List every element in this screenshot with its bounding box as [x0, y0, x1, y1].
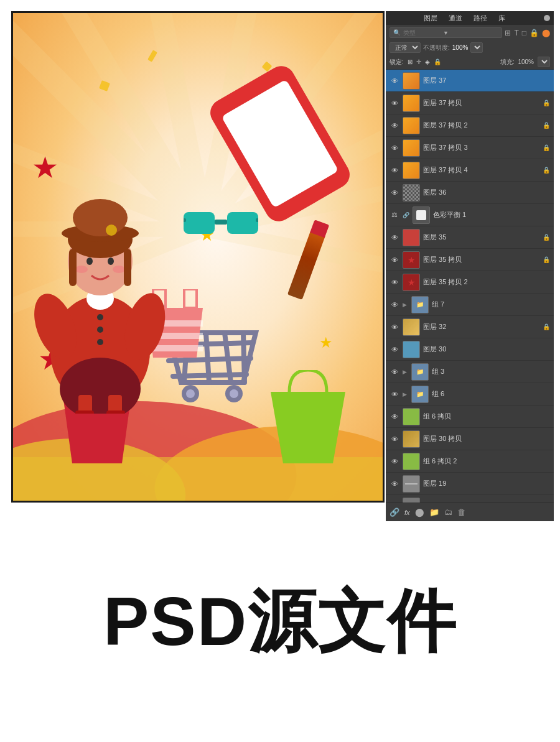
filter-icon-type[interactable]: T — [514, 29, 518, 37]
svg-line-25 — [169, 358, 251, 361]
fill-label: 填充: — [500, 58, 515, 67]
layer-eye-9[interactable]: 👁 — [390, 256, 399, 264]
layer-row-1[interactable]: 👁 图层 37 — [386, 70, 554, 92]
layer-row-19[interactable]: 👁 图层 19 — [386, 473, 554, 495]
layer-row-6[interactable]: 👁 图层 36 — [386, 182, 554, 204]
layer-eye-4[interactable]: 👁 — [390, 144, 399, 152]
filter-icon-pixel[interactable]: ⊞ — [505, 29, 511, 37]
toolbar-fx-icon[interactable]: fx — [404, 509, 410, 516]
layer-eye-1[interactable]: 👁 — [390, 77, 399, 85]
layer-row-14[interactable]: 👁 ▶ 📁 组 3 — [386, 361, 554, 383]
canvas-wrapper: ★ ★ ★ ★ — [11, 11, 385, 503]
svg-point-28 — [186, 389, 195, 398]
opacity-select[interactable] — [470, 42, 483, 53]
filter-icon-lock[interactable]: 🔒 — [530, 29, 539, 37]
fill-value: 100% — [518, 58, 534, 65]
layer-thumb-8 — [403, 229, 420, 246]
search-dropdown-icon[interactable]: ▼ — [443, 30, 449, 36]
layer-row-5[interactable]: 👁 图层 37 拷贝 4 🔒 — [386, 159, 554, 182]
layer-row-10[interactable]: 👁 ★ 图层 35 拷贝 2 — [386, 271, 554, 294]
layer-name-18: 组 6 拷贝 2 — [423, 457, 550, 466]
layer-row-13[interactable]: 👁 图层 30 — [386, 338, 554, 361]
layer-row-2[interactable]: 👁 图层 37 拷贝 🔒 — [386, 92, 554, 114]
toolbar-delete-icon[interactable]: 🗑 — [457, 508, 465, 517]
toolbar-new-layer-icon[interactable]: 🗂 — [444, 508, 452, 517]
layer-eye-14[interactable]: 👁 — [390, 368, 399, 376]
ps-titlebar-text: 图层 通道 路径 库 — [390, 14, 539, 23]
layer-thumb-7 — [413, 206, 430, 224]
layer-row-7[interactable]: ⚖ 🔗 色彩平衡 1 — [386, 204, 554, 226]
layer-row-17[interactable]: 👁 图层 30 拷贝 — [386, 428, 554, 450]
layer-eye-18[interactable]: 👁 — [390, 458, 399, 465]
layer-eye-17[interactable]: 👁 — [390, 435, 399, 443]
main-area: ★ ★ ★ ★ — [0, 0, 560, 510]
layer-chevron-11: ▶ — [403, 302, 407, 308]
layer-eye-10[interactable]: 👁 — [390, 279, 399, 286]
layer-eye-5[interactable]: 👁 — [390, 167, 399, 174]
svg-point-46 — [97, 339, 103, 345]
layer-name-9: 图层 35 拷贝 — [423, 255, 539, 264]
layer-thumb-20: 🛒 — [403, 498, 420, 503]
layer-thumb-18 — [403, 453, 420, 470]
layer-name-13: 图层 30 — [423, 345, 550, 354]
svg-point-30 — [230, 389, 238, 398]
filter-icon-shape[interactable]: □ — [522, 29, 526, 37]
layer-name-4: 图层 37 拷贝 3 — [423, 143, 539, 152]
layer-row-9[interactable]: 👁 ★ 图层 35 拷贝 🔒 — [386, 249, 554, 271]
layer-chevron-14: ▶ — [403, 369, 407, 375]
layer-eye-7[interactable]: ⚖ — [390, 211, 399, 219]
lock-label: 锁定: — [390, 58, 404, 67]
layer-name-11: 组 7 — [432, 300, 550, 309]
layer-eye-8[interactable]: 👁 — [390, 234, 399, 241]
lock-icon-all[interactable]: 🔒 — [434, 58, 441, 65]
layer-thumb-9: ★ — [403, 251, 420, 269]
toolbar-link-icon[interactable]: 🔗 — [390, 508, 399, 517]
layer-eye-2[interactable]: 👁 — [390, 100, 399, 107]
layer-thumb-17 — [403, 430, 420, 448]
layer-eye-6[interactable]: 👁 — [390, 189, 399, 197]
lock-icon-move[interactable]: ✛ — [416, 58, 421, 65]
svg-rect-14 — [13, 457, 383, 501]
blend-mode-select[interactable]: 正常 — [390, 42, 421, 53]
lock-icon-pixel[interactable]: ⊠ — [408, 58, 413, 65]
layer-thumb-10: ★ — [403, 274, 420, 291]
sunglasses-object — [184, 206, 258, 240]
tab-layers[interactable]: 图层 — [424, 14, 437, 23]
layer-row-8[interactable]: 👁 图层 35 🔒 — [386, 226, 554, 249]
layer-name-17: 图层 30 拷贝 — [423, 434, 550, 443]
layer-row-3[interactable]: 👁 图层 37 拷贝 2 🔒 — [386, 114, 554, 137]
layer-eye-13[interactable]: 👁 — [390, 346, 399, 353]
lock-icon-draw[interactable]: ◈ — [425, 58, 430, 65]
ps-filter-icons: ⊞ T □ 🔒 ⬤ — [505, 29, 550, 37]
psd-title: PSD源文件 — [103, 576, 457, 669]
layer-row-16[interactable]: 👁 组 6 拷贝 — [386, 406, 554, 428]
layer-row-18[interactable]: 👁 组 6 拷贝 2 — [386, 450, 554, 473]
layer-thumb-19 — [403, 475, 420, 493]
toolbar-adjustment-icon[interactable]: ⬤ — [415, 508, 424, 517]
layer-eye-15[interactable]: 👁 — [390, 391, 399, 398]
layer-row-12[interactable]: 👁 图层 32 🔒 — [386, 316, 554, 338]
svg-point-60 — [75, 266, 88, 273]
layer-eye-3[interactable]: 👁 — [390, 122, 399, 129]
toolbar-group-icon[interactable]: 📁 — [429, 508, 439, 517]
layer-row-20[interactable]: 👁 🛒 6c564d02ff2cde70633... 🔒 — [386, 495, 554, 503]
layer-thumb-11: 📁 — [411, 296, 429, 313]
filter-icon-toggle[interactable]: ⬤ — [542, 29, 550, 37]
layer-eye-16[interactable]: 👁 — [390, 413, 399, 420]
layer-row-15[interactable]: 👁 ▶ 📁 组 6 — [386, 383, 554, 406]
layer-lock-3: 🔒 — [543, 122, 550, 129]
search-input[interactable] — [403, 29, 441, 36]
fill-select[interactable] — [538, 57, 550, 67]
layer-row-4[interactable]: 👁 图层 37 拷贝 3 🔒 — [386, 137, 554, 159]
layer-row-11[interactable]: 👁 ▶ 📁 组 7 — [386, 294, 554, 316]
layer-chain-7: 🔗 — [403, 212, 409, 218]
layer-lock-9: 🔒 — [543, 256, 550, 263]
tab-channels[interactable]: 通道 — [449, 14, 462, 23]
close-button[interactable] — [544, 15, 550, 21]
ps-lock-row: 锁定: ⊠ ✛ ◈ 🔒 填充: 100% — [386, 55, 554, 70]
layer-eye-19[interactable]: 👁 — [390, 480, 399, 488]
layer-eye-12[interactable]: 👁 — [390, 323, 399, 331]
layer-eye-11[interactable]: 👁 — [390, 301, 399, 308]
tab-paths[interactable]: 路径 — [474, 14, 487, 23]
tab-library[interactable]: 库 — [498, 14, 505, 23]
